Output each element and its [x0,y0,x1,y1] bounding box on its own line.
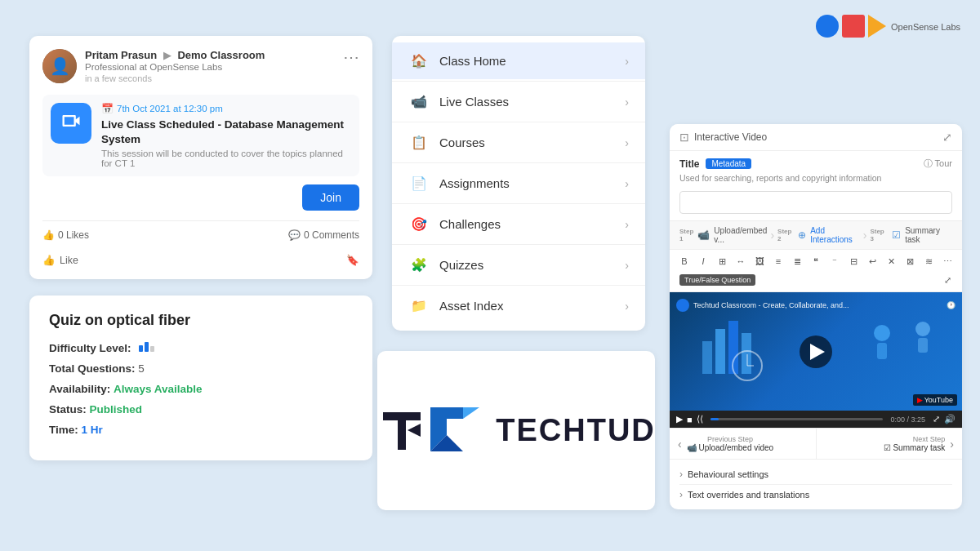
prev-step-sub-text: Upload/embed video [698,443,773,452]
quiz-info-card: Quiz on optical fiber Difficulty Level: … [29,295,372,460]
nav-item-left: 🎯 Challenges [408,216,501,232]
availability-value: Always Available [114,383,203,395]
toolbar-btn-italic[interactable]: I [695,253,711,269]
play-button[interactable] [800,335,832,368]
toolbar-btn-list1[interactable]: ≡ [770,253,786,269]
next-step-button[interactable]: Next Step ☑ Summary task › [817,429,963,459]
expand-icon[interactable]: ⤢ [942,131,952,144]
toolbar-btn-fullscreen[interactable]: ⤢ [939,272,956,288]
diff-bar-2 [145,342,149,352]
challenges-icon: 🎯 [408,216,430,232]
step-1-num: Step 1 [679,228,693,242]
avatar-image: 👤 [42,49,77,83]
step-3-item[interactable]: Step 3 ☑ Summary task [870,226,952,244]
nav-item-left: 🧩 Quizzes [408,257,483,273]
behavioural-settings-item[interactable]: › Behavioural settings [679,464,952,484]
step-3-label: Summary task [905,226,952,244]
live-class-info: 📅 7th Oct 2021 at 12:30 pm Live Class Sc… [101,103,351,168]
chevron-right-icon: › [625,218,629,231]
nav-item-quizzes[interactable]: 🧩 Quizzes › [392,247,645,283]
toolbar-btn-sub[interactable]: ⊟ [845,253,862,269]
steps-row: Step 1 📹 Upload/embed v... › Step 2 ⊕ Ad… [670,220,962,250]
toolbar-btn-grid[interactable]: ⊠ [902,253,918,269]
next-step-label: Next Step [884,435,946,443]
live-class-title: Live Class Scheduled - Database Manageme… [101,118,351,146]
nav-item-left: 📋 Courses [408,135,485,150]
toolbar-btn-undo[interactable]: ↩ [864,253,880,269]
nav-divider-4 [392,203,645,204]
tour-link[interactable]: ⓘ Tour [924,158,952,170]
difficulty-bars [139,342,154,352]
assignments-icon: 📄 [408,176,430,191]
likes-text: 0 Likes [58,229,89,241]
chevron-right-icon: › [625,177,629,190]
next-step-info: Next Step ☑ Summary task [884,435,946,452]
volume-button[interactable]: 🔊 [944,414,956,424]
chevron-right-icon: › [625,96,629,109]
nav-item-live-classes[interactable]: 📹 Live Classes › [392,83,645,120]
nav-divider-5 [392,244,645,245]
nav-menu-card: 🏠 Class Home › 📹 Live Classes › 📋 Course… [392,36,645,331]
status-row: Status: Published [49,403,353,415]
step-2-icon: ⊕ [798,229,806,241]
prev-step-button[interactable]: ‹ Previous Step 📹 Upload/embed video [670,429,817,459]
step-3-icon: ☑ [892,229,901,241]
nav-item-assignments[interactable]: 📄 Assignments › [392,165,645,202]
toolbar-btn-table[interactable]: ⊞ [714,253,730,269]
text-overrides-item[interactable]: › Text overrides and translations [679,485,952,504]
nav-item-class-home[interactable]: 🏠 Class Home › [392,42,645,79]
time-display: 0:00 / 3:25 [890,415,925,424]
bookmark-action-button[interactable]: 🔖 [346,254,359,266]
stop-button[interactable]: ■ [687,415,693,424]
video-settings-section: › Behavioural settings › Text overrides … [670,459,962,509]
summary-icon: ☑ [884,443,891,452]
bookmark-icon: 🔖 [346,254,359,266]
user-name-line: Pritam Prasun ▶ Demo Classroom [85,49,265,61]
join-button[interactable]: Join [302,184,359,211]
nav-item-courses[interactable]: 📋 Courses › [392,124,645,161]
social-footer: 👍 0 Likes 💬 0 Comments [42,220,359,241]
nav-item-left: 📄 Assignments [408,176,510,191]
video-channel-title: Techtud Classroom - Create, Collaborate,… [693,301,849,309]
video-title-row: Title Metadata ⓘ Tour [670,151,962,173]
progress-bar[interactable] [710,418,884,420]
toolbar-btn-more[interactable]: ⋯ [939,253,956,269]
fullscreen-button[interactable]: ⤢ [933,414,940,424]
toolbar-btn-bold[interactable]: B [676,253,693,269]
more-options-icon[interactable]: ⋯ [343,49,359,65]
step-2-item[interactable]: Step 2 ⊕ Add Interactions [777,226,860,244]
total-questions-value: 5 [138,362,145,375]
video-channel-icon [676,299,689,312]
behavioural-settings-label: Behavioural settings [688,469,768,479]
editor-toolbar: B I ⊞ ↔ 🖼 ≡ ≣ ❝ ⁻ ⊟ ↩ ✕ ⊠ ≋ ⋯ True/False… [670,250,962,292]
logo-yellow-triangle [868,15,886,38]
video-header-icon: ⊡ [679,131,689,144]
step-1-item[interactable]: Step 1 📹 Upload/embed v... [679,226,767,244]
techtud-logo-card: TECHTUD [377,351,655,510]
toolbar-btn-image[interactable]: 🖼 [751,253,768,269]
logo-label: OpenSense Labs [891,22,960,32]
video-controls-bar: ▶ ■ ⟨⟨ 0:00 / 3:25 ⤢ 🔊 [670,411,962,428]
difficulty-row: Difficulty Level: [49,342,353,354]
video-icon: 📹 [408,94,430,109]
toolbar-btn-quote[interactable]: ❝ [808,253,824,269]
title-input-field[interactable] [679,191,952,214]
time-label: Time: [49,424,78,436]
rewind-button[interactable]: ⟨⟨ [697,414,703,424]
classroom-name: Demo Classroom [177,49,265,61]
info-icon: ⓘ [924,158,933,168]
like-action-button[interactable]: 👍 Like [42,254,78,266]
comments-count: 💬 0 Comments [288,229,359,241]
toolbar-btn-close[interactable]: ✕ [883,253,899,269]
toolbar-btn-align[interactable]: ≋ [920,253,937,269]
nav-item-challenges[interactable]: 🎯 Challenges › [392,206,645,242]
play-pause-button[interactable]: ▶ [676,414,683,424]
toolbar-btn-list2[interactable]: ≣ [789,253,805,269]
toolbar-btn-minus[interactable]: ⁻ [826,253,843,269]
metadata-badge[interactable]: Metadata [706,158,751,169]
toolbar-btn-link[interactable]: ↔ [733,253,749,269]
nav-item-asset-index[interactable]: 📁 Asset Index › [392,287,645,324]
quizzes-icon: 🧩 [408,257,430,273]
social-header: 👤 Pritam Prasun ▶ Demo Classroom Profess… [42,49,359,83]
availability-row: Availability: Always Available [49,383,353,395]
